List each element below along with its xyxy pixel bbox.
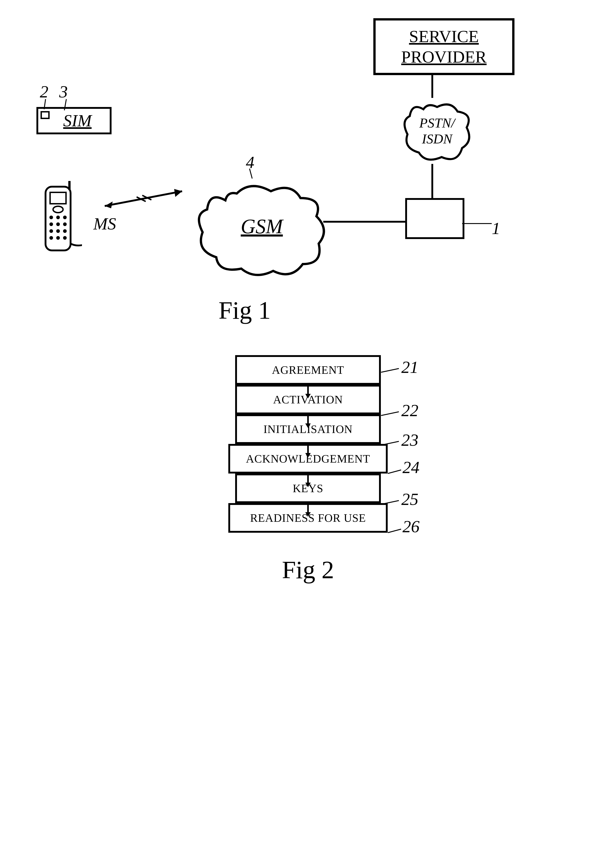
svg-point-8 [56, 222, 60, 226]
svg-point-7 [49, 222, 53, 226]
leader-line [388, 469, 401, 474]
pstn-text: PSTN/ [419, 116, 456, 130]
ms-label: MS [93, 214, 116, 234]
flow-step-label: AGREEMENT [272, 363, 344, 377]
leader-line [462, 223, 492, 224]
sim-chip-icon [40, 111, 50, 119]
service-provider-box: SERVICE PROVIDER [373, 18, 514, 75]
svg-point-4 [49, 216, 53, 219]
gsm-text: GSM [241, 215, 284, 238]
flow-step-agreement: AGREEMENT [235, 355, 381, 385]
connector-line [431, 75, 433, 98]
ref-label-23: 23 [401, 430, 418, 450]
flow-step-label: KEYS [293, 482, 323, 495]
flow-step-keys: KEYS [235, 473, 381, 503]
connector-line [323, 221, 406, 222]
flow-step-acknowledgement: ACKNOWLEDGEMENT [228, 444, 388, 473]
figure-2: AGREEMENT 21 ACTIVATION 22 INITIALISATIO… [9, 355, 607, 584]
svg-point-15 [63, 236, 67, 240]
flow-step-activation: ACTIVATION [235, 385, 381, 414]
sim-label: SIM [63, 111, 92, 130]
gateway-box [405, 198, 464, 239]
ref-label-26: 26 [403, 517, 419, 536]
ref-label-21: 21 [401, 357, 418, 377]
svg-rect-1 [68, 181, 71, 190]
leader-line [388, 529, 401, 533]
svg-point-9 [63, 222, 67, 226]
service-provider-label: SERVICE PROVIDER [376, 26, 512, 67]
svg-line-16 [105, 191, 182, 206]
svg-point-12 [63, 229, 67, 233]
pstn-isdn-cloud: PSTN/ ISDN [401, 96, 474, 167]
flow-step-label: INITIALISATION [264, 423, 352, 436]
svg-point-6 [63, 216, 67, 219]
mobile-phone-icon [41, 180, 82, 254]
ref-label-1: 1 [492, 219, 500, 238]
leader-line [381, 368, 399, 373]
flow-step-label: READINESS FOR USE [250, 511, 366, 525]
isdn-text: ISDN [422, 131, 453, 146]
ref-label-2: 2 [40, 82, 49, 102]
ref-label-24: 24 [403, 458, 419, 477]
gsm-cloud: GSM [191, 173, 332, 283]
sim-card: SIM [36, 107, 111, 134]
svg-point-11 [56, 229, 60, 233]
ref-label-3: 3 [59, 82, 68, 102]
flow-step-label: ACKNOWLEDGEMENT [246, 452, 370, 466]
svg-point-5 [56, 216, 60, 219]
svg-point-10 [49, 229, 53, 233]
flowchart: AGREEMENT 21 ACTIVATION 22 INITIALISATIO… [217, 355, 399, 533]
flow-step-readiness: READINESS FOR USE [228, 503, 388, 533]
svg-marker-18 [174, 189, 182, 197]
svg-rect-2 [50, 192, 66, 204]
svg-point-13 [49, 236, 53, 240]
figure-2-caption: Fig 2 [9, 556, 607, 584]
connector-line [431, 164, 433, 199]
flow-step-initialisation: INITIALISATION [235, 414, 381, 444]
ref-label-25: 25 [401, 489, 418, 509]
flow-step-label: ACTIVATION [273, 393, 343, 406]
ref-label-22: 22 [401, 401, 418, 420]
figure-1: SERVICE PROVIDER 2 3 SIM MS [9, 9, 607, 328]
double-arrow-icon [100, 184, 191, 215]
figure-1-caption: Fig 1 [219, 296, 271, 325]
svg-point-14 [56, 236, 60, 240]
svg-point-3 [53, 206, 63, 213]
